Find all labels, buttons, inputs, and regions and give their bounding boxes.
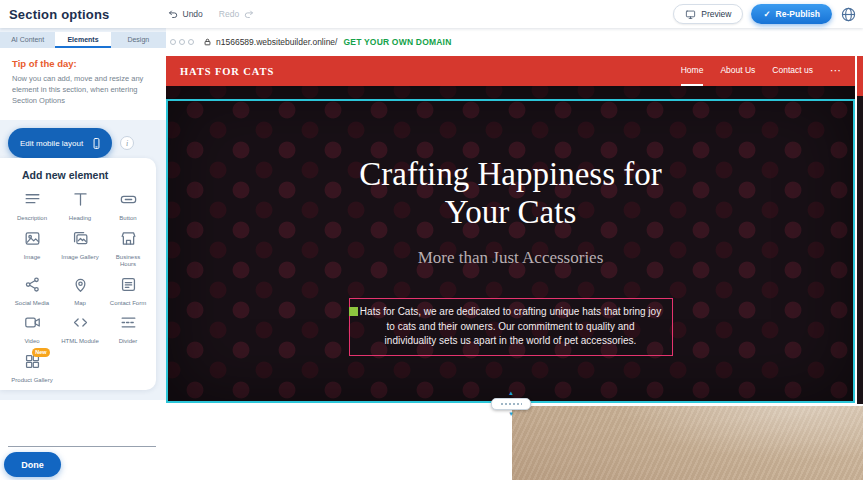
- app: Section options Undo Redo Preview: [0, 0, 863, 480]
- page-edge-header: [857, 56, 863, 96]
- add-new-element-title: Add new element: [22, 169, 152, 181]
- element-label: Image Gallery: [61, 254, 98, 262]
- redo-icon: [243, 9, 254, 20]
- element-map[interactable]: Map: [56, 275, 104, 308]
- site-url[interactable]: n1566589.websitebuilder.online/: [216, 37, 337, 47]
- undo-label: Undo: [183, 9, 203, 19]
- topbar-actions: Preview ✓ Re-Publish: [673, 4, 857, 24]
- element-label: Contact Form: [110, 300, 146, 308]
- element-video[interactable]: Video: [8, 313, 56, 346]
- nav-item-contact-us[interactable]: Contact us: [772, 56, 813, 86]
- get-domain-link[interactable]: GET YOUR OWN DOMAIN: [343, 37, 451, 47]
- tip-body: Now you can add, move and resize any ele…: [12, 74, 154, 107]
- element-label: Social Media: [15, 300, 49, 308]
- page-title: Section options: [9, 7, 110, 22]
- preview-label: Preview: [701, 9, 731, 19]
- history-controls: Undo Redo: [168, 9, 255, 20]
- element-label: Divider: [119, 338, 138, 346]
- image-icon: [23, 229, 42, 252]
- arrow-up-icon: ▲: [508, 390, 514, 397]
- monitor-icon: [685, 9, 696, 20]
- element-button[interactable]: Button: [104, 190, 152, 223]
- image-gallery-icon: [71, 229, 90, 252]
- site-nav: HomeAbout UsContact us⋯: [681, 56, 841, 86]
- element-image[interactable]: Image: [8, 229, 56, 269]
- hero-paragraph: Hats for Cats, we are dedicated to craft…: [360, 305, 662, 349]
- element-label: Map: [74, 300, 86, 308]
- phone-icon: [90, 137, 103, 150]
- info-icon[interactable]: i: [120, 136, 134, 150]
- element-social-media[interactable]: Social Media: [8, 275, 56, 308]
- window-dots-icon: [170, 39, 194, 45]
- element-heading[interactable]: Heading: [56, 190, 104, 223]
- nav-item-home[interactable]: Home: [681, 56, 704, 86]
- element-label: Description: [17, 215, 47, 223]
- nav-more-button[interactable]: ⋯: [830, 56, 841, 86]
- element-label: Business Hours: [107, 254, 149, 269]
- preview-button[interactable]: Preview: [673, 4, 743, 24]
- check-icon: ✓: [763, 9, 770, 19]
- panel-tabs: AI ContentElementsDesign: [0, 32, 166, 48]
- language-globe-button[interactable]: [840, 6, 857, 23]
- element-image-gallery[interactable]: Image Gallery: [56, 229, 104, 269]
- html-module-icon: [71, 313, 90, 336]
- element-product-gallery[interactable]: Product GalleryNew: [8, 352, 56, 385]
- nav-item-about-us[interactable]: About Us: [720, 56, 755, 86]
- hero-section[interactable]: Crafting Happiness for Your Cats More th…: [166, 86, 855, 403]
- element-business-hours[interactable]: Business Hours: [104, 229, 152, 269]
- hero-heading[interactable]: Crafting Happiness for Your Cats: [331, 156, 691, 231]
- grip-dots-icon: [491, 398, 531, 410]
- hero-subheading[interactable]: More than Just Accessories: [418, 248, 604, 268]
- left-panel: AI ContentElementsDesign Tip of the day:…: [0, 28, 166, 480]
- browser-chrome: n1566589.websitebuilder.online/ GET YOUR…: [166, 28, 863, 56]
- edit-mobile-row: Edit mobile layout i: [8, 128, 134, 158]
- element-divider[interactable]: Divider: [104, 313, 152, 346]
- republish-label: Re-Publish: [776, 9, 820, 19]
- tab-design[interactable]: Design: [111, 32, 166, 48]
- social-media-icon: [23, 275, 42, 298]
- redo-label: Redo: [219, 9, 239, 19]
- element-grid: DescriptionHeadingButtonImageImage Galle…: [8, 190, 152, 384]
- new-badge: New: [32, 348, 50, 357]
- tip-title: Tip of the day:: [12, 58, 154, 69]
- edit-mobile-layout-button[interactable]: Edit mobile layout: [8, 128, 112, 158]
- panel-footer: Done: [0, 400, 166, 480]
- tab-ai-content[interactable]: AI Content: [0, 32, 55, 48]
- map-icon: [71, 275, 90, 298]
- contact-form-icon: [119, 275, 138, 298]
- hero-paragraph-block[interactable]: Hats for Cats, we are dedicated to craft…: [349, 298, 673, 356]
- tab-elements[interactable]: Elements: [55, 32, 110, 48]
- done-button[interactable]: Done: [4, 452, 61, 477]
- element-label: Heading: [69, 215, 91, 223]
- divider-icon: [119, 313, 138, 336]
- site-header: HATS FOR CATS HomeAbout UsContact us⋯: [166, 56, 855, 86]
- site-logo[interactable]: HATS FOR CATS: [180, 66, 274, 77]
- topbar: Section options Undo Redo Preview: [0, 0, 863, 28]
- heading-icon: [71, 190, 90, 213]
- element-html-module[interactable]: HTML Module: [56, 313, 104, 346]
- element-label: Product Gallery: [11, 377, 52, 385]
- business-hours-icon: [119, 229, 138, 252]
- element-label: Video: [24, 338, 39, 346]
- lock-icon: [203, 33, 212, 51]
- redo-button[interactable]: Redo: [219, 9, 254, 20]
- element-contact-form[interactable]: Contact Form: [104, 275, 152, 308]
- edit-mobile-label: Edit mobile layout: [20, 139, 83, 148]
- element-label: Image: [24, 254, 41, 262]
- button-icon: [119, 190, 138, 213]
- section-resize-handle[interactable]: ▲ ▼: [489, 390, 533, 418]
- arrow-down-icon: ▼: [508, 411, 514, 418]
- page-edge-strip: [857, 56, 863, 404]
- republish-button[interactable]: ✓ Re-Publish: [751, 4, 832, 24]
- tip-of-the-day: Tip of the day: Now you can add, move an…: [0, 48, 166, 120]
- text-lines-icon: [23, 190, 42, 213]
- element-drag-handle[interactable]: [349, 307, 358, 316]
- element-label: Button: [119, 215, 136, 223]
- element-description[interactable]: Description: [8, 190, 56, 223]
- video-icon: [23, 313, 42, 336]
- add-new-element-panel: Add new element DescriptionHeadingButton…: [0, 158, 156, 390]
- next-section-photo: [512, 406, 863, 480]
- footer-divider: [8, 446, 156, 447]
- element-label: HTML Module: [61, 338, 98, 346]
- undo-button[interactable]: Undo: [168, 9, 203, 20]
